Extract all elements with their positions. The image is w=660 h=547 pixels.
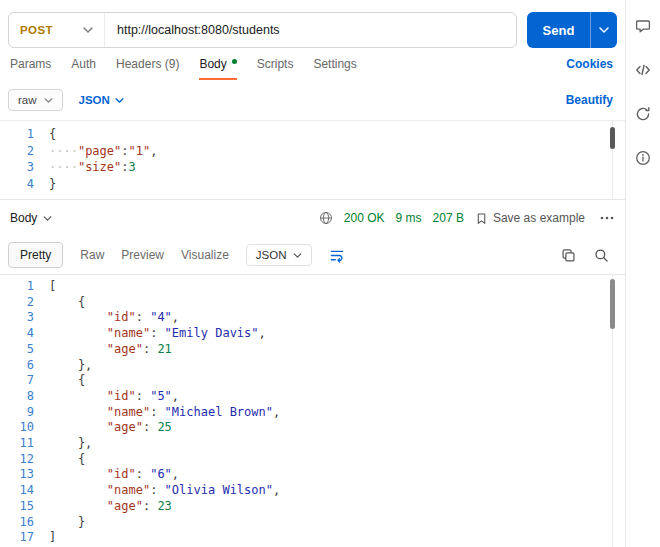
chevron-down-icon: [44, 98, 53, 103]
network-globe-icon: [319, 211, 333, 225]
line-number: 7: [0, 373, 34, 389]
line-number: 10: [0, 420, 34, 436]
more-options-icon[interactable]: [599, 211, 615, 225]
response-header: Body 200 OK 9 ms 207 B Save as example: [0, 200, 625, 236]
code-text: "name": "Olivia Wilson",: [34, 483, 280, 499]
code-text: {: [34, 373, 85, 389]
beautify-link[interactable]: Beautify: [566, 93, 613, 107]
tab-label: Headers (9): [116, 57, 179, 71]
tab-label: Body: [199, 57, 226, 71]
response-language-select[interactable]: JSON: [246, 244, 312, 266]
line-number: 2: [0, 295, 34, 311]
code-text: }: [34, 515, 85, 531]
response-size[interactable]: 207 B: [433, 211, 464, 225]
view-tab-visualize[interactable]: Visualize: [181, 248, 229, 262]
search-icon[interactable]: [594, 248, 609, 263]
code-text: }: [34, 176, 56, 193]
bookmark-save-icon: [475, 212, 488, 225]
view-tab-pretty[interactable]: Pretty: [8, 242, 63, 268]
code-snippet-icon[interactable]: [635, 62, 651, 78]
tab-label: Scripts: [257, 57, 294, 71]
tab-scripts[interactable]: Scripts: [257, 48, 294, 80]
request-bar: POST Send: [8, 12, 617, 48]
response-body-select[interactable]: Body: [10, 211, 52, 225]
send-split-button: Send: [527, 12, 617, 48]
code-text: "age": 23: [34, 499, 172, 515]
code-line: 16 }: [0, 515, 625, 531]
line-number: 12: [0, 452, 34, 468]
code-text: },: [34, 358, 92, 374]
send-button[interactable]: Send: [527, 12, 590, 48]
line-number: 3: [0, 310, 34, 326]
url-input[interactable]: [105, 13, 516, 47]
line-number: 6: [0, 358, 34, 374]
view-tab-preview[interactable]: Preview: [121, 248, 164, 262]
line-number: 14: [0, 483, 34, 499]
code-line: 7 {: [0, 373, 625, 389]
line-number: 1: [0, 279, 34, 295]
scrollbar-thumb[interactable]: [610, 127, 615, 149]
code-text: "id": "6",: [34, 467, 179, 483]
tab-settings[interactable]: Settings: [313, 48, 356, 80]
code-line: 9 "name": "Michael Brown",: [0, 405, 625, 421]
response-body-editor[interactable]: 1[2 {3 "id": "4",4 "name": "Emily Davis"…: [0, 274, 625, 547]
tab-auth[interactable]: Auth: [71, 48, 96, 80]
refresh-icon[interactable]: [635, 106, 651, 122]
save-as-example-button[interactable]: Save as example: [475, 211, 585, 225]
line-number: 3: [0, 159, 34, 176]
code-line: 6 },: [0, 358, 625, 374]
code-text: "id": "5",: [34, 389, 179, 405]
code-text: ····"page":"1",: [34, 143, 157, 160]
tab-body[interactable]: Body: [199, 48, 236, 80]
tab-label: Params: [10, 57, 51, 71]
code-text: "name": "Michael Brown",: [34, 405, 280, 421]
line-number: 11: [0, 436, 34, 452]
view-tab-raw[interactable]: Raw: [80, 248, 104, 262]
line-number: 17: [0, 530, 34, 546]
request-body-editor[interactable]: 1{2····"page":"1",3····"size":34}: [0, 120, 625, 200]
code-line: 5 "age": 21: [0, 342, 625, 358]
code-line: 1{: [0, 126, 625, 143]
code-line: 12 {: [0, 452, 625, 468]
status-code[interactable]: 200 OK: [344, 211, 385, 225]
copy-icon[interactable]: [561, 248, 576, 263]
right-sidebar-rail: [625, 0, 660, 547]
body-format-select[interactable]: raw: [8, 89, 63, 111]
info-icon[interactable]: [635, 150, 651, 166]
scrollbar-thumb[interactable]: [610, 279, 615, 329]
language-select[interactable]: JSON: [79, 94, 124, 106]
code-line: 13 "id": "6",: [0, 467, 625, 483]
chevron-down-icon: [115, 98, 124, 103]
chevron-down-icon: [293, 253, 302, 258]
code-line: 4 "name": "Emily Davis",: [0, 326, 625, 342]
code-line: 1[: [0, 279, 625, 295]
send-options-button[interactable]: [590, 12, 617, 48]
code-line: 3 "id": "4",: [0, 310, 625, 326]
code-line: 8 "id": "5",: [0, 389, 625, 405]
method-label: POST: [20, 24, 53, 36]
code-line: 4}: [0, 176, 625, 193]
code-text: "name": "Emily Davis",: [34, 326, 266, 342]
language-label: JSON: [79, 94, 110, 106]
body-toolbar: raw JSON Beautify: [0, 80, 625, 120]
code-line: 17]: [0, 530, 625, 546]
line-number: 4: [0, 326, 34, 342]
wrap-text-icon[interactable]: [329, 248, 345, 263]
tab-headers[interactable]: Headers (9): [116, 48, 179, 80]
comments-icon[interactable]: [635, 18, 651, 34]
tab-params[interactable]: Params: [10, 48, 51, 80]
code-line: 3····"size":3: [0, 159, 625, 176]
line-number: 13: [0, 467, 34, 483]
cookies-link[interactable]: Cookies: [566, 57, 613, 71]
code-line: 10 "age": 25: [0, 420, 625, 436]
response-time[interactable]: 9 ms: [396, 211, 422, 225]
code-line: 14 "name": "Olivia Wilson",: [0, 483, 625, 499]
body-format-label: raw: [18, 94, 37, 106]
method-select[interactable]: POST: [9, 13, 105, 47]
tab-label: Settings: [313, 57, 356, 71]
modified-indicator-dot: [232, 59, 237, 64]
code-text: ····"size":3: [34, 159, 136, 176]
line-number: 5: [0, 342, 34, 358]
request-tabs: Params Auth Headers (9) Body Scripts Set…: [0, 48, 625, 80]
api-client-window: POST Send Params Auth Headers (9) Body S…: [0, 0, 660, 547]
